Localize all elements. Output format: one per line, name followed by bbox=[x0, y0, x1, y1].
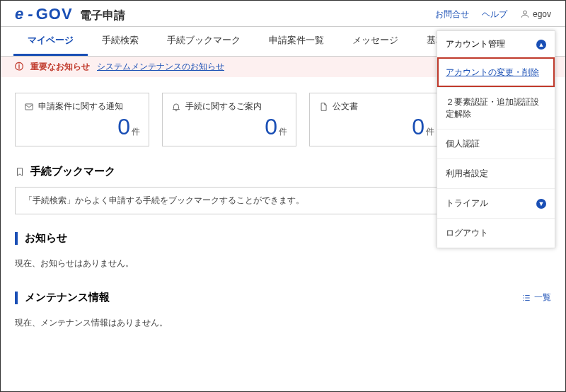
menu-item-personal-auth[interactable]: 個人認証 bbox=[437, 129, 555, 158]
section-marker-icon bbox=[15, 232, 18, 245]
user-menu[interactable]: egov bbox=[520, 9, 551, 19]
logo-subtitle: 電子申請 bbox=[80, 8, 125, 23]
username: egov bbox=[533, 9, 551, 19]
maintenance-section: メンテナンス情報 一覧 現在、メンテナンス情報はありません。 bbox=[1, 278, 565, 338]
logo-gov: GOV bbox=[36, 5, 73, 23]
logo-e: e - bbox=[15, 5, 33, 23]
card-count: 0 bbox=[412, 114, 424, 139]
card-official-docs[interactable]: 公文書 0件 bbox=[309, 93, 444, 146]
tab-messages[interactable]: メッセージ bbox=[338, 27, 412, 56]
logo[interactable]: e - GOV 電子申請 bbox=[15, 5, 125, 23]
menu-item-label: 利用者設定 bbox=[446, 168, 488, 180]
card-unit: 件 bbox=[132, 127, 140, 137]
header: e - GOV 電子申請 お問合せ ヘルプ egov bbox=[1, 1, 565, 27]
user-icon bbox=[520, 9, 530, 19]
menu-item-edit-delete[interactable]: アカウントの変更・削除 bbox=[437, 57, 555, 87]
menu-item-mfa[interactable]: ２要素認証・追加認証設定解除 bbox=[437, 87, 555, 129]
card-unit: 件 bbox=[426, 127, 434, 137]
tab-search[interactable]: 手続検索 bbox=[88, 27, 153, 56]
menu-item-label: ログアウト bbox=[446, 227, 488, 239]
menu-item-label: 個人認証 bbox=[446, 138, 480, 150]
chevron-up-icon: ▲ bbox=[536, 40, 546, 50]
card-count: 0 bbox=[117, 114, 130, 139]
maint-list-link[interactable]: 一覧 bbox=[521, 292, 551, 304]
list-link-label: 一覧 bbox=[534, 292, 551, 304]
notice-link[interactable]: システムメンテナンスのお知らせ bbox=[97, 61, 224, 73]
tab-mypage[interactable]: マイページ bbox=[13, 27, 88, 56]
list-icon bbox=[521, 293, 531, 303]
account-menu-title: アカウント管理 bbox=[446, 38, 505, 50]
svg-point-0 bbox=[524, 11, 527, 14]
bookmark-title: 手続ブックマーク bbox=[30, 165, 115, 178]
account-menu-panel: アカウント管理 ▲ アカウントの変更・削除 ２要素認証・追加認証設定解除 個人認… bbox=[437, 30, 555, 248]
bell-icon bbox=[171, 102, 181, 112]
news-title: お知らせ bbox=[25, 231, 67, 245]
menu-item-logout[interactable]: ログアウト bbox=[437, 218, 555, 248]
card-app-notify[interactable]: 申請案件に関する通知 0件 bbox=[15, 93, 149, 146]
card-unit: 件 bbox=[279, 127, 287, 137]
help-link[interactable]: ヘルプ bbox=[482, 8, 507, 21]
maint-body: 現在、メンテナンス情報はありません。 bbox=[15, 304, 551, 333]
card-label: 手続に関するご案内 bbox=[185, 100, 262, 113]
card-proc-guide[interactable]: 手続に関するご案内 0件 bbox=[162, 93, 296, 146]
tab-apps[interactable]: 申請案件一覧 bbox=[255, 27, 338, 56]
menu-item-label: アカウントの変更・削除 bbox=[446, 67, 539, 79]
menu-item-label: ２要素認証・追加認証設定解除 bbox=[446, 96, 546, 120]
section-marker-icon bbox=[15, 292, 18, 304]
menu-item-trial[interactable]: トライアル ▼ bbox=[437, 188, 555, 218]
notice-label: 重要なお知らせ bbox=[30, 61, 90, 73]
warning-icon: ⓘ bbox=[15, 61, 23, 73]
card-label: 申請案件に関する通知 bbox=[38, 100, 123, 113]
maint-title: メンテナンス情報 bbox=[25, 291, 110, 304]
bookmark-icon bbox=[15, 167, 25, 177]
contact-link[interactable]: お問合せ bbox=[435, 8, 469, 21]
menu-item-user-settings[interactable]: 利用者設定 bbox=[437, 158, 555, 188]
card-label: 公文書 bbox=[333, 100, 358, 113]
menu-item-label: トライアル bbox=[446, 197, 488, 209]
account-menu-header[interactable]: アカウント管理 ▲ bbox=[437, 31, 555, 57]
document-icon bbox=[318, 102, 328, 112]
mail-icon bbox=[24, 102, 34, 112]
news-body: 現在、お知らせはありません。 bbox=[15, 245, 551, 274]
tab-bookmark[interactable]: 手続ブックマーク bbox=[153, 27, 255, 56]
svg-rect-1 bbox=[25, 103, 33, 109]
chevron-down-icon: ▼ bbox=[536, 199, 546, 209]
card-count: 0 bbox=[265, 114, 277, 139]
